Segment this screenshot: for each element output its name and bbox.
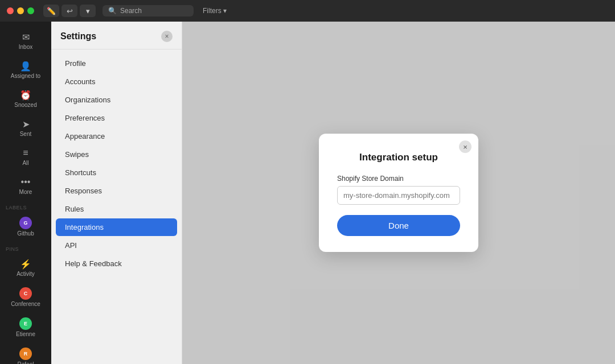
sidebar-label-all: All — [22, 160, 28, 166]
activity-icon: ⚡ — [20, 258, 31, 270]
sidebar-item-all[interactable]: ≡ All — [3, 143, 48, 171]
expand-button[interactable]: ▾ — [80, 5, 96, 17]
snoozed-icon: ⏰ — [20, 89, 31, 101]
sidebar-item-inbox[interactable]: ✉ Inbox — [3, 27, 48, 55]
sidebar-label-activity: Activity — [17, 271, 35, 277]
sidebar-label-rafael: Rafael — [18, 361, 34, 364]
search-placeholder: Search — [120, 7, 142, 15]
sidebar-item-etienne[interactable]: E Etienne — [3, 313, 48, 342]
settings-nav-rules[interactable]: Rules — [56, 200, 177, 218]
settings-nav-accounts[interactable]: Accounts — [56, 73, 177, 90]
settings-close-button[interactable]: × — [161, 31, 173, 42]
settings-panel: Settings × Profile Accounts Organization… — [51, 22, 182, 364]
sidebar-label-sent: Sent — [20, 131, 32, 137]
labels-section: Labels — [0, 200, 51, 212]
modal-overlay: × Integration setup Shopify Store Domain… — [182, 22, 615, 364]
settings-nav-preferences[interactable]: Preferences — [56, 109, 177, 127]
sidebar-item-rafael[interactable]: R Rafael — [3, 343, 48, 364]
settings-nav-shortcuts[interactable]: Shortcuts — [56, 164, 177, 181]
title-bar: ✏️ ↩ ▾ 🔍 Search Filters ▾ — [0, 0, 615, 22]
left-sidebar: ✉ Inbox 👤 Assigned to ⏰ Snoozed ➤ Sent ≡… — [0, 22, 51, 364]
settings-nav-profile[interactable]: Profile — [56, 55, 177, 72]
sidebar-label-snoozed: Snoozed — [14, 102, 36, 108]
settings-header: Settings × — [51, 22, 182, 49]
settings-nav-responses[interactable]: Responses — [56, 182, 177, 200]
filters-button[interactable]: Filters ▾ — [203, 7, 227, 15]
sidebar-label-github: Github — [17, 230, 34, 237]
action-button[interactable]: ↩ — [62, 5, 77, 17]
done-button[interactable]: Done — [337, 215, 460, 236]
maximize-button[interactable] — [27, 7, 34, 14]
pins-section: Pins — [0, 242, 51, 253]
settings-nav-swipes[interactable]: Swipes — [56, 146, 177, 163]
settings-nav: Profile Accounts Organizations Preferenc… — [51, 49, 182, 278]
traffic-lights — [7, 7, 34, 14]
filters-label: Filters — [203, 7, 222, 15]
sidebar-item-more[interactable]: ••• More — [3, 172, 48, 200]
modal-title: Integration setup — [337, 152, 460, 163]
rafael-avatar: R — [19, 348, 32, 360]
sidebar-label-etienne: Etienne — [16, 331, 35, 337]
integration-setup-modal: × Integration setup Shopify Store Domain… — [319, 134, 478, 252]
sidebar-label-inbox: Inbox — [19, 44, 32, 50]
app-layout: ✉ Inbox 👤 Assigned to ⏰ Snoozed ➤ Sent ≡… — [0, 22, 615, 364]
minimize-button[interactable] — [17, 7, 24, 14]
inbox-icon: ✉ — [20, 31, 31, 43]
sidebar-item-activity[interactable]: ⚡ Activity — [3, 254, 48, 282]
more-icon: ••• — [20, 176, 31, 188]
sidebar-item-snoozed[interactable]: ⏰ Snoozed — [3, 85, 48, 113]
settings-nav-appearance[interactable]: Appearance — [56, 127, 177, 145]
settings-nav-integrations[interactable]: Integrations — [56, 218, 177, 236]
search-bar[interactable]: 🔍 Search — [102, 5, 194, 16]
sidebar-item-github[interactable]: G Github — [3, 212, 48, 241]
main-content: ⚙ You have no integrations Create or act… — [182, 22, 615, 364]
chevron-down-icon: ▾ — [223, 7, 227, 15]
settings-title: Settings — [60, 31, 96, 42]
all-icon: ≡ — [20, 147, 31, 159]
sidebar-label-more: More — [19, 189, 32, 195]
sidebar-label-assigned: Assigned to — [11, 73, 40, 79]
assigned-icon: 👤 — [20, 60, 31, 72]
modal-close-button[interactable]: × — [459, 140, 472, 153]
settings-nav-api[interactable]: API — [56, 237, 177, 254]
sent-icon: ➤ — [20, 118, 31, 130]
sidebar-item-assigned[interactable]: 👤 Assigned to — [3, 56, 48, 84]
conference-avatar: C — [19, 287, 32, 300]
title-bar-actions: ✏️ ↩ ▾ — [43, 5, 96, 17]
compose-button[interactable]: ✏️ — [43, 5, 59, 17]
shopify-domain-label: Shopify Store Domain — [337, 175, 460, 183]
search-icon: 🔍 — [108, 7, 117, 15]
sidebar-item-sent[interactable]: ➤ Sent — [3, 114, 48, 142]
github-avatar: G — [19, 217, 32, 229]
settings-nav-help[interactable]: Help & Feedback — [56, 255, 177, 272]
settings-nav-organizations[interactable]: Organizations — [56, 91, 177, 109]
etienne-avatar: E — [19, 317, 32, 330]
sidebar-item-conference[interactable]: C Conference — [3, 283, 48, 312]
close-button[interactable] — [7, 7, 14, 14]
shopify-domain-input[interactable] — [337, 186, 460, 205]
sidebar-label-conference: Conference — [11, 301, 40, 307]
